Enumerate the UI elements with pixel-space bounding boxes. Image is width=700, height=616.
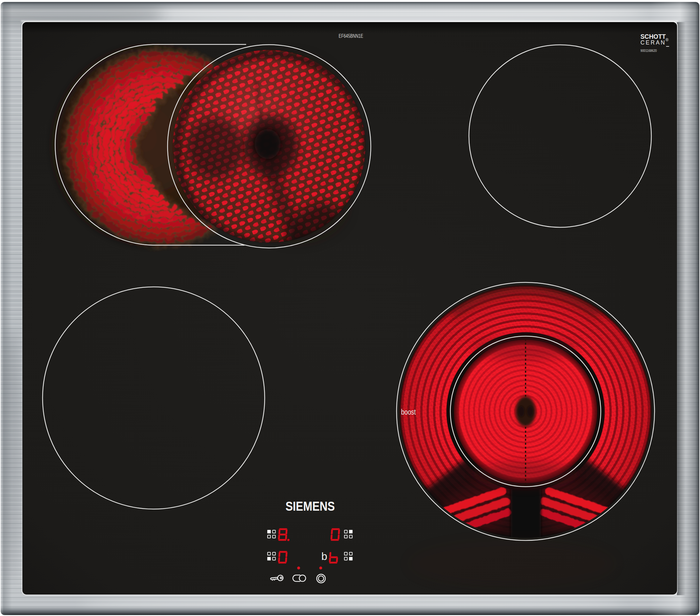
svg-text:EF645BNN1E: EF645BNN1E (339, 33, 363, 39)
svg-text:boost: boost (401, 408, 416, 416)
svg-text:SCHOTT: SCHOTT (640, 33, 666, 40)
svg-text:®: ® (666, 38, 668, 42)
svg-text:SIEMENS: SIEMENS (286, 499, 335, 514)
svg-text:b: b (321, 550, 327, 562)
svg-text:CERAN: CERAN (640, 39, 665, 46)
svg-text:9001168620: 9001168620 (640, 49, 657, 52)
